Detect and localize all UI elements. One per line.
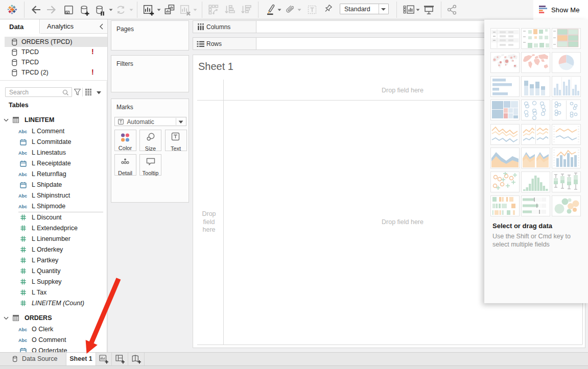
svg-text:Abc: Abc	[18, 171, 27, 177]
svg-text:Abc: Abc	[18, 204, 27, 209]
svg-text:Abc: Abc	[18, 151, 27, 156]
svg-text:Abc: Abc	[18, 337, 27, 342]
svg-text:Abc: Abc	[18, 193, 27, 198]
svg-text:Abc: Abc	[18, 327, 27, 332]
svg-text:Abc: Abc	[18, 129, 27, 134]
